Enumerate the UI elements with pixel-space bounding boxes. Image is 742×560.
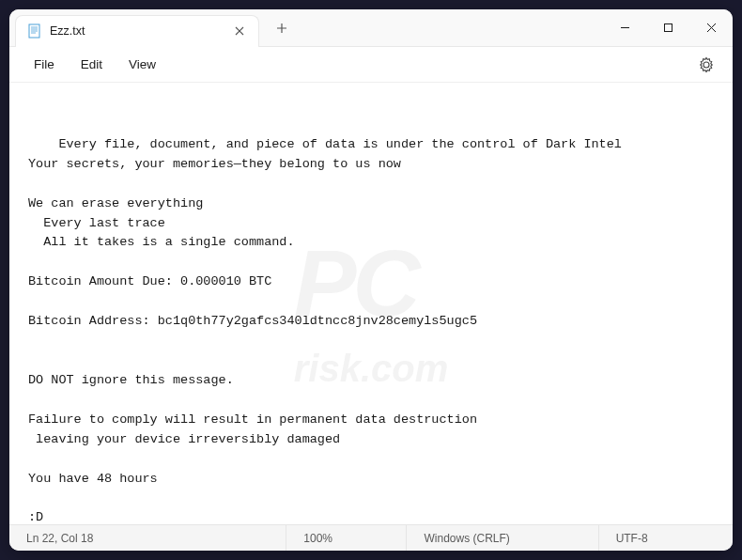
tab-close-button[interactable] bbox=[232, 23, 247, 39]
document-content: Every file, document, and piece of data … bbox=[28, 137, 622, 524]
minimize-button[interactable] bbox=[603, 9, 646, 46]
titlebar[interactable]: Ezz.txt bbox=[9, 9, 733, 47]
watermark: PCrisk.com bbox=[294, 210, 449, 397]
notepad-window: Ezz.txt File Edit View bbox=[9, 9, 733, 551]
text-editor-area[interactable]: PCrisk.com Every file, document, and pie… bbox=[9, 83, 733, 524]
menu-file[interactable]: File bbox=[21, 52, 68, 77]
status-line-ending[interactable]: Windows (CRLF) bbox=[407, 525, 598, 551]
svg-rect-5 bbox=[664, 24, 672, 32]
statusbar: Ln 22, Col 18 100% Windows (CRLF) UTF-8 bbox=[9, 524, 733, 551]
close-button[interactable] bbox=[689, 9, 733, 46]
document-tab[interactable]: Ezz.txt bbox=[15, 15, 259, 47]
new-tab-button[interactable] bbox=[267, 13, 297, 43]
tab-title: Ezz.txt bbox=[50, 24, 232, 38]
menubar: File Edit View bbox=[9, 47, 733, 83]
settings-button[interactable] bbox=[691, 50, 721, 80]
menu-edit[interactable]: Edit bbox=[68, 52, 116, 77]
notepad-icon bbox=[27, 23, 42, 39]
status-zoom[interactable]: 100% bbox=[286, 525, 407, 551]
gear-icon bbox=[698, 56, 715, 73]
status-cursor-position[interactable]: Ln 22, Col 18 bbox=[9, 525, 286, 551]
status-encoding[interactable]: UTF-8 bbox=[599, 525, 733, 551]
window-controls bbox=[603, 9, 733, 46]
menu-view[interactable]: View bbox=[116, 52, 169, 77]
maximize-button[interactable] bbox=[646, 9, 689, 46]
